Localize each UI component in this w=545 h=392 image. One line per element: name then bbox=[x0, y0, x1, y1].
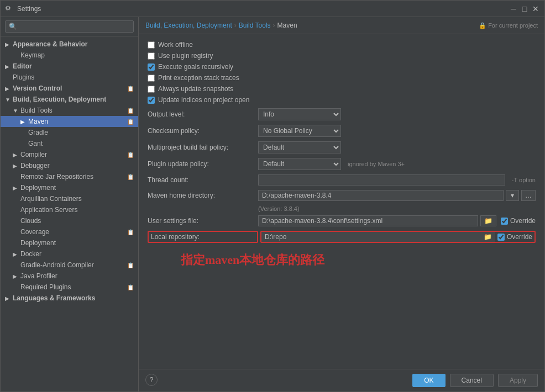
breadcrumb-path: Build, Execution, Deployment › Build Too… bbox=[145, 22, 297, 29]
thread-count-row: Thread count: -T option bbox=[148, 174, 536, 186]
help-icon[interactable]: ? bbox=[145, 374, 158, 386]
sidebar-item-coverage[interactable]: Coverage 📋 bbox=[1, 226, 138, 237]
local-repo-override-checkbox[interactable] bbox=[497, 234, 505, 241]
plugin-update-select[interactable]: Default Always Never Daily bbox=[258, 158, 341, 170]
sidebar-item-gradle[interactable]: Gradle bbox=[1, 127, 138, 138]
always-update-label: Always update snapshots bbox=[158, 85, 233, 93]
plugin-update-row: Plugin update policy: Default Always Nev… bbox=[148, 158, 536, 170]
sidebar-item-java-profiler[interactable]: ▶ Java Profiler bbox=[1, 271, 138, 282]
user-settings-label: User settings file: bbox=[148, 217, 258, 225]
breadcrumb-link-build[interactable]: Build, Execution, Deployment bbox=[145, 22, 232, 29]
arrow-icon: ▶ bbox=[5, 86, 13, 92]
sidebar-item-label: Compiler bbox=[20, 151, 127, 158]
sidebar-item-version-control[interactable]: ▶ Version Control 📋 bbox=[1, 83, 138, 94]
sidebar-item-label: Deployment bbox=[20, 184, 134, 192]
sidebar-item-deployment2[interactable]: Deployment bbox=[1, 237, 138, 248]
sidebar-item-gradle-android[interactable]: Gradle-Android Compiler 📋 bbox=[1, 259, 138, 271]
sidebar-item-build-tools[interactable]: ▼ Build Tools 📋 bbox=[1, 105, 138, 116]
use-plugin-registry-label: Use plugin registry bbox=[158, 52, 213, 60]
sidebar-item-debugger[interactable]: ▶ Debugger bbox=[1, 160, 138, 171]
arrow-icon: ▶ bbox=[5, 295, 13, 301]
ok-button[interactable]: OK bbox=[412, 374, 445, 387]
sidebar-item-clouds[interactable]: Clouds bbox=[1, 215, 138, 226]
arrow-icon: ▶ bbox=[13, 163, 20, 169]
sidebar-item-docker[interactable]: ▶ Docker bbox=[1, 248, 138, 259]
sidebar-item-label: Gradle bbox=[28, 129, 134, 136]
sidebar-item-maven[interactable]: ▶ Maven 📋 bbox=[1, 116, 138, 127]
breadcrumb-link-tools[interactable]: Build Tools bbox=[239, 22, 271, 29]
sidebar-item-label: Keymap bbox=[20, 51, 134, 59]
sidebar-item-app-servers[interactable]: Application Servers bbox=[1, 204, 138, 215]
sidebar-item-appearance[interactable]: ▶ Appearance & Behavior bbox=[1, 39, 138, 50]
multiproject-label: Multiproject build fail policy: bbox=[148, 144, 258, 151]
sidebar-item-label: Coverage bbox=[20, 228, 127, 236]
breadcrumb-current: Maven bbox=[277, 22, 297, 29]
checkbox-execute-goals: Execute goals recursively bbox=[148, 63, 536, 71]
minimize-button[interactable]: ─ bbox=[509, 4, 518, 13]
sidebar-item-required-plugins[interactable]: Required Plugins 📋 bbox=[1, 282, 138, 293]
sidebar-item-remote-jar[interactable]: Remote Jar Repositories 📋 bbox=[1, 171, 138, 182]
cancel-button[interactable]: Cancel bbox=[450, 374, 494, 387]
sidebar-item-gant[interactable]: Gant bbox=[1, 138, 138, 149]
apply-button[interactable]: Apply bbox=[498, 374, 538, 387]
thread-count-input[interactable] bbox=[258, 174, 505, 186]
sidebar-item-plugins[interactable]: Plugins bbox=[1, 72, 138, 83]
close-button[interactable]: ✕ bbox=[531, 4, 540, 13]
thread-count-control: -T option bbox=[258, 174, 536, 186]
user-settings-override-checkbox[interactable] bbox=[501, 218, 508, 225]
sidebar-item-label: Gant bbox=[28, 140, 134, 147]
checksum-policy-select[interactable]: No Global Policy Warn Fail Ignore bbox=[258, 125, 341, 137]
always-update-checkbox[interactable] bbox=[148, 86, 155, 93]
output-level-label: Output level: bbox=[148, 110, 258, 118]
main-panel: Build, Execution, Deployment › Build Too… bbox=[139, 17, 544, 391]
user-settings-browse-button[interactable]: 📁 bbox=[480, 215, 496, 226]
checkbox-update-indices: Update indices on project open bbox=[148, 96, 536, 104]
sidebar-item-label: Deployment bbox=[20, 239, 134, 247]
breadcrumb-sep2: › bbox=[273, 22, 275, 29]
sidebar-item-label: Appearance & Behavior bbox=[13, 40, 134, 48]
settings-icon: 📋 bbox=[127, 152, 134, 158]
search-input[interactable] bbox=[5, 20, 134, 33]
settings-icon: 📋 bbox=[127, 86, 134, 92]
sidebar-item-languages[interactable]: ▶ Languages & Frameworks bbox=[1, 293, 138, 304]
local-repo-browse-button[interactable]: 📁 bbox=[480, 232, 495, 242]
maven-home-dropdown-button[interactable]: ▾ bbox=[506, 190, 519, 201]
title-bar: ⚙ Settings ─ □ ✕ bbox=[1, 1, 544, 17]
sidebar-item-editor[interactable]: ▶ Editor bbox=[1, 61, 138, 72]
window-controls: ─ □ ✕ bbox=[509, 4, 540, 13]
sidebar-item-deployment[interactable]: ▶ Deployment bbox=[1, 182, 138, 193]
checksum-policy-control: No Global Policy Warn Fail Ignore bbox=[258, 125, 341, 137]
output-level-select[interactable]: Info Debug Warning Error bbox=[258, 108, 341, 120]
for-current-project[interactable]: 🔒 For current project bbox=[479, 22, 538, 29]
sidebar-item-label: Remote Jar Repositories bbox=[20, 173, 127, 181]
checksum-policy-row: Checksum policy: No Global Policy Warn F… bbox=[148, 125, 536, 137]
sidebar-item-arquillian[interactable]: Arquillian Containers bbox=[1, 193, 138, 204]
maven-home-browse-button[interactable]: … bbox=[521, 190, 536, 201]
maven-home-input[interactable] bbox=[258, 190, 504, 201]
sidebar-item-compiler[interactable]: ▶ Compiler 📋 bbox=[1, 149, 138, 160]
sidebar-item-build-execution[interactable]: ▼ Build, Execution, Deployment bbox=[1, 94, 138, 105]
settings-tree: ▶ Appearance & Behavior Keymap ▶ Editor … bbox=[1, 36, 138, 391]
arrow-icon: ▶ bbox=[13, 273, 20, 279]
use-plugin-registry-checkbox[interactable] bbox=[148, 52, 155, 60]
sidebar-item-label: Debugger bbox=[20, 162, 134, 169]
sidebar-item-label: Languages & Frameworks bbox=[13, 294, 134, 302]
search-container bbox=[1, 17, 138, 36]
execute-goals-checkbox[interactable] bbox=[148, 63, 155, 71]
sidebar: ▶ Appearance & Behavior Keymap ▶ Editor … bbox=[1, 17, 139, 391]
multiproject-control: Default Fail at end Never fail bbox=[258, 141, 341, 153]
bottom-bar: ? OK Cancel Apply bbox=[139, 369, 544, 391]
maximize-button[interactable]: □ bbox=[520, 4, 529, 13]
user-settings-input[interactable] bbox=[258, 215, 478, 226]
local-repo-input[interactable] bbox=[261, 232, 480, 242]
maven-version-text: (Version: 3.8.4) bbox=[258, 205, 536, 212]
local-repo-row: Local repository: 📁 Override bbox=[148, 231, 536, 243]
arrow-icon: ▶ bbox=[13, 152, 20, 158]
sidebar-item-keymap[interactable]: Keymap bbox=[1, 50, 138, 61]
work-offline-checkbox[interactable] bbox=[148, 41, 155, 49]
maven-home-label: Maven home directory: bbox=[148, 192, 258, 199]
plugin-update-label: Plugin update policy: bbox=[148, 160, 258, 168]
print-exceptions-checkbox[interactable] bbox=[148, 75, 155, 82]
update-indices-checkbox[interactable] bbox=[148, 97, 155, 104]
multiproject-select[interactable]: Default Fail at end Never fail bbox=[258, 141, 341, 153]
